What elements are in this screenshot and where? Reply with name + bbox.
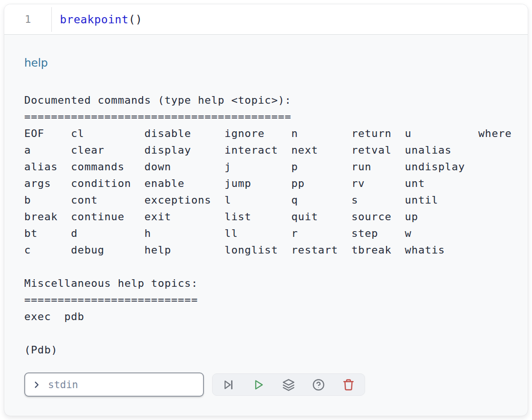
stdin-box[interactable]: [24, 372, 204, 397]
code-editor[interactable]: 1 breakpoint(): [4, 4, 528, 35]
stdin-input[interactable]: [47, 379, 196, 391]
echoed-command: help: [24, 56, 512, 70]
help-circle-icon: [312, 378, 325, 391]
code-line[interactable]: breakpoint(): [52, 4, 142, 34]
toolbar: [212, 373, 365, 396]
stack-button[interactable]: [282, 378, 295, 391]
play-icon: [252, 378, 265, 391]
layers-icon: [282, 378, 295, 391]
output-panel: help Documented commands (type help <top…: [4, 35, 528, 397]
help-button[interactable]: [312, 378, 325, 391]
step-next-button[interactable]: [222, 378, 235, 391]
code-token-punctuation: (): [128, 13, 142, 26]
skip-forward-icon: [222, 378, 235, 391]
line-number: 1: [25, 13, 31, 25]
trash-icon: [342, 378, 355, 391]
runner-card: 1 breakpoint() help Documented commands …: [4, 4, 528, 416]
delete-button[interactable]: [342, 378, 355, 391]
io-row: [24, 372, 512, 397]
run-button[interactable]: [252, 378, 265, 391]
chevron-right-icon: [32, 380, 41, 390]
line-number-gutter: 1: [4, 4, 51, 34]
terminal-output: Documented commands (type help <topic>):…: [24, 92, 512, 358]
code-token-builtin: breakpoint: [60, 13, 128, 26]
